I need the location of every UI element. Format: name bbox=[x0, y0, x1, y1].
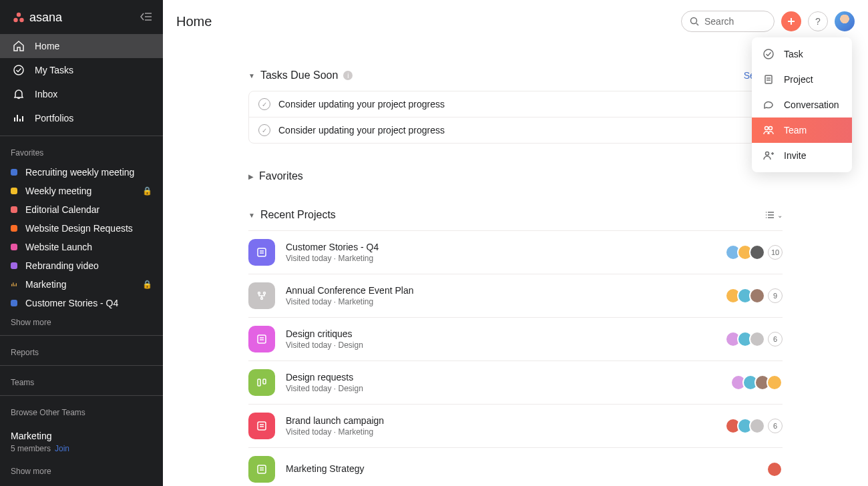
nav-my-tasks[interactable]: My Tasks bbox=[0, 58, 163, 82]
team-join-link[interactable]: Join bbox=[55, 444, 69, 453]
project-color-dot bbox=[11, 262, 17, 269]
sidebar-favorite-item[interactable]: Rebranding video bbox=[0, 256, 163, 275]
create-menu-conversation[interactable]: Conversation bbox=[752, 92, 852, 117]
project-name: Marketing Strategy bbox=[286, 463, 756, 474]
project-meta: Visited today · Marketing bbox=[286, 297, 714, 306]
profile-avatar[interactable] bbox=[835, 11, 855, 31]
sidebar-favorite-item[interactable]: Customer Stories - Q4 bbox=[0, 294, 163, 312]
nav-label: Inbox bbox=[35, 89, 57, 99]
svg-point-0 bbox=[17, 12, 21, 16]
project-row[interactable]: Brand launch campaignVisited today · Mar… bbox=[248, 405, 783, 448]
favorite-name: Website Launch bbox=[25, 242, 152, 252]
svg-point-46 bbox=[765, 127, 769, 130]
member-count: 9 bbox=[768, 288, 783, 303]
member-count: 10 bbox=[768, 245, 783, 260]
project-icon bbox=[248, 456, 275, 483]
project-name: Design critiques bbox=[286, 328, 714, 339]
svg-rect-43 bbox=[765, 75, 772, 83]
tasks-due-title: Tasks Due Soon bbox=[260, 69, 339, 81]
project-row[interactable]: Marketing Strategy bbox=[248, 448, 783, 486]
create-menu-invite[interactable]: Invite bbox=[752, 143, 852, 168]
project-color-dot bbox=[11, 225, 17, 232]
show-more-favorites[interactable]: Show more bbox=[0, 312, 163, 332]
create-menu-task[interactable]: Task bbox=[752, 41, 852, 67]
project-meta: Visited today · Design bbox=[286, 340, 714, 350]
project-icon bbox=[248, 413, 275, 439]
project-name: Brand launch campaign bbox=[286, 415, 714, 426]
svg-rect-39 bbox=[258, 465, 266, 473]
favorite-name: Customer Stories - Q4 bbox=[25, 298, 152, 308]
favorite-name: Recruiting weekly meeting bbox=[25, 167, 152, 178]
favorite-name: Editorial Calendar bbox=[25, 204, 152, 215]
nav-home[interactable]: Home bbox=[0, 34, 163, 58]
search-icon bbox=[690, 17, 699, 26]
topbar: Home Search ? bbox=[163, 0, 868, 43]
project-row[interactable]: Design requestsVisited today · Design bbox=[248, 361, 783, 405]
favorite-name: Rebranding video bbox=[25, 260, 152, 271]
team-block[interactable]: Marketing 5 membersJoin bbox=[0, 423, 163, 461]
chevron-down-icon: ⌄ bbox=[777, 212, 783, 219]
project-color-dot bbox=[11, 300, 17, 306]
favorites-heading: Favorites bbox=[0, 139, 163, 163]
project-color-dot bbox=[11, 244, 17, 250]
show-more-teams[interactable]: Show more bbox=[0, 461, 163, 481]
create-menu-label: Conversation bbox=[784, 99, 839, 110]
browse-teams-heading[interactable]: Browse Other Teams bbox=[0, 399, 163, 423]
task-row[interactable]: ✓Consider updating your project progress bbox=[249, 117, 782, 143]
svg-point-42 bbox=[764, 49, 773, 59]
task-check-icon[interactable]: ✓ bbox=[258, 124, 270, 136]
nav-portfolios[interactable]: Portfolios bbox=[0, 106, 163, 130]
create-menu-label: Invite bbox=[784, 150, 806, 161]
team-members: 5 members bbox=[11, 444, 51, 453]
person-plus-icon bbox=[763, 150, 775, 162]
member-avatar bbox=[767, 461, 783, 477]
search-placeholder: Search bbox=[704, 16, 734, 27]
caret-down-icon[interactable]: ▼ bbox=[248, 212, 255, 219]
project-meta: Visited today · Marketing bbox=[286, 427, 714, 437]
nav-label: My Tasks bbox=[35, 65, 73, 75]
sidebar-favorite-item[interactable]: Editorial Calendar bbox=[0, 200, 163, 219]
member-count: 6 bbox=[768, 332, 783, 346]
help-button[interactable]: ? bbox=[808, 11, 828, 31]
member-avatar bbox=[749, 331, 765, 347]
sidebar-favorite-item[interactable]: Website Launch bbox=[0, 238, 163, 256]
favorite-name: Weekly meeting bbox=[25, 186, 134, 196]
project-row[interactable]: Annual Conference Event PlanVisited toda… bbox=[248, 274, 783, 318]
project-members: 9 bbox=[725, 288, 783, 304]
sidebar-favorite-item[interactable]: Recruiting weekly meeting bbox=[0, 163, 163, 182]
create-button[interactable] bbox=[781, 11, 801, 31]
project-row[interactable]: Customer Stories - Q4Visited today · Mar… bbox=[248, 231, 783, 274]
info-icon[interactable]: i bbox=[343, 71, 353, 80]
create-menu-project[interactable]: Project bbox=[752, 67, 852, 92]
task-row[interactable]: ✓Consider updating your project progress bbox=[249, 91, 782, 117]
svg-point-6 bbox=[14, 65, 23, 75]
lock-icon: 🔒 bbox=[142, 186, 152, 196]
search-input[interactable]: Search bbox=[681, 11, 775, 32]
caret-down-icon[interactable]: ▼ bbox=[248, 72, 255, 79]
nav-inbox[interactable]: Inbox bbox=[0, 82, 163, 106]
sidebar-favorite-item[interactable]: Marketing🔒 bbox=[0, 275, 163, 294]
nav-label: Portfolios bbox=[35, 113, 73, 124]
sidebar-favorite-item[interactable]: Website Design Requests bbox=[0, 219, 163, 238]
logo[interactable]: asana bbox=[12, 11, 62, 25]
project-color-dot bbox=[11, 188, 17, 194]
view-toggle[interactable]: ⌄ bbox=[765, 211, 783, 219]
project-row[interactable]: Design critiquesVisited today · Design6 bbox=[248, 318, 783, 361]
create-menu-team[interactable]: Team bbox=[752, 117, 852, 143]
svg-point-48 bbox=[766, 152, 769, 156]
task-check-icon[interactable]: ✓ bbox=[258, 98, 270, 110]
page-title: Home bbox=[176, 14, 212, 29]
svg-point-47 bbox=[769, 127, 773, 130]
sidebar-favorite-item[interactable]: Weekly meeting🔒 bbox=[0, 182, 163, 200]
clipboard-icon bbox=[763, 73, 775, 85]
bars-icon bbox=[12, 111, 25, 125]
project-members bbox=[730, 375, 783, 391]
project-meta: Visited today · Marketing bbox=[286, 254, 714, 263]
project-members bbox=[767, 461, 783, 477]
collapse-sidebar-button[interactable] bbox=[139, 11, 152, 25]
member-avatar bbox=[749, 418, 765, 434]
teams-heading[interactable]: Teams bbox=[0, 369, 163, 393]
caret-right-icon[interactable]: ▶ bbox=[248, 173, 254, 180]
svg-point-15 bbox=[691, 18, 697, 24]
reports-heading[interactable]: Reports bbox=[0, 338, 163, 362]
